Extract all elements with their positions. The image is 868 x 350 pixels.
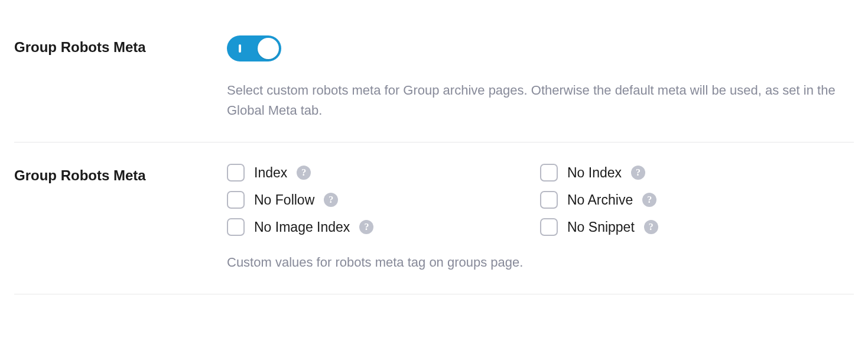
setting-description: Select custom robots meta for Group arch… — [227, 80, 841, 121]
checkbox-item-no-image-index: No Image Index ? — [227, 218, 540, 236]
setting-label: Group Robots Meta — [14, 35, 227, 56]
toggle-knob — [258, 38, 279, 59]
checkbox-item-index: Index ? — [227, 164, 540, 182]
checkbox-label[interactable]: No Archive — [567, 192, 633, 208]
setting-control-checkboxes: Index ? No Index ? No Follow ? No Archiv… — [227, 164, 853, 273]
checkbox-item-no-index: No Index ? — [540, 164, 853, 182]
help-icon[interactable]: ? — [644, 220, 658, 234]
checkbox-label[interactable]: No Follow — [254, 192, 314, 208]
checkbox-item-no-follow: No Follow ? — [227, 191, 540, 209]
setting-row-checkboxes: Group Robots Meta Index ? No Index ? No … — [14, 142, 854, 294]
help-icon[interactable]: ? — [631, 166, 645, 180]
setting-label: Group Robots Meta — [14, 164, 227, 184]
setting-control-toggle: Select custom robots meta for Group arch… — [227, 35, 853, 121]
help-icon[interactable]: ? — [359, 220, 373, 234]
checkbox-label[interactable]: No Snippet — [567, 219, 635, 235]
help-icon[interactable]: ? — [642, 193, 656, 207]
checkbox-index[interactable] — [227, 164, 245, 182]
checkbox-no-index[interactable] — [540, 164, 558, 182]
checkbox-no-snippet[interactable] — [540, 218, 558, 236]
checkbox-item-no-archive: No Archive ? — [540, 191, 853, 209]
toggle-on-icon — [239, 44, 241, 53]
checkbox-no-archive[interactable] — [540, 191, 558, 209]
group-robots-meta-toggle[interactable] — [227, 35, 281, 61]
setting-row-toggle: Group Robots Meta Select custom robots m… — [14, 28, 854, 142]
checkbox-no-follow[interactable] — [227, 191, 245, 209]
checkbox-label[interactable]: No Image Index — [254, 219, 350, 235]
robots-meta-checkbox-grid: Index ? No Index ? No Follow ? No Archiv… — [227, 164, 853, 236]
setting-description: Custom values for robots meta tag on gro… — [227, 252, 841, 273]
checkbox-label[interactable]: No Index — [567, 165, 622, 181]
checkbox-item-no-snippet: No Snippet ? — [540, 218, 853, 236]
checkbox-label[interactable]: Index — [254, 165, 287, 181]
help-icon[interactable]: ? — [297, 166, 311, 180]
checkbox-no-image-index[interactable] — [227, 218, 245, 236]
help-icon[interactable]: ? — [324, 193, 338, 207]
